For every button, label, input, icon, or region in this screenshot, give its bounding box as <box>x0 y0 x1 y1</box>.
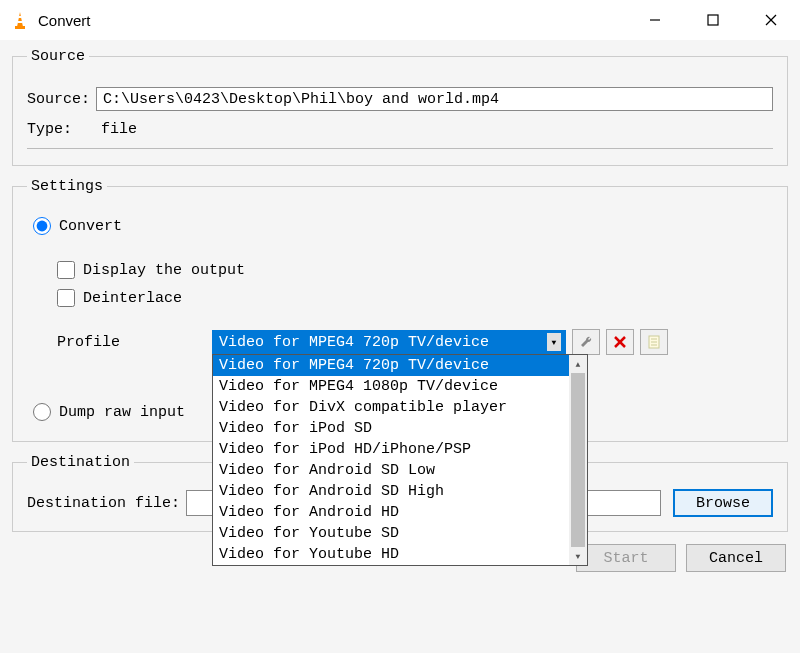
display-output-checkbox[interactable] <box>57 261 75 279</box>
deinterlace-checkbox[interactable] <box>57 289 75 307</box>
vlc-cone-icon <box>10 10 30 30</box>
scroll-down-icon[interactable]: ▼ <box>569 547 587 565</box>
dump-raw-label: Dump raw input <box>59 404 185 421</box>
chevron-down-icon: ▼ <box>547 333 561 351</box>
profile-option[interactable]: Video for DivX compatible player <box>213 397 569 418</box>
profile-option[interactable]: Video for Android HD <box>213 502 569 523</box>
type-value: file <box>101 121 137 138</box>
profile-option[interactable]: Video for iPod SD <box>213 418 569 439</box>
source-input[interactable] <box>96 87 773 111</box>
profile-option[interactable]: Video for iPod HD/iPhone/PSP <box>213 439 569 460</box>
wrench-icon <box>578 334 594 350</box>
new-profile-button[interactable] <box>640 329 668 355</box>
display-output-label: Display the output <box>83 262 245 279</box>
profile-option[interactable]: Video for Android SD High <box>213 481 569 502</box>
profile-dropdown-list: Video for MPEG4 720p TV/device Video for… <box>212 354 588 566</box>
svg-rect-3 <box>15 26 25 29</box>
destination-legend: Destination <box>27 454 134 471</box>
profile-selected-text: Video for MPEG4 720p TV/device <box>219 334 489 351</box>
profile-option[interactable]: Video for MPEG4 1080p TV/device <box>213 376 569 397</box>
svg-rect-5 <box>708 15 718 25</box>
source-legend: Source <box>27 48 89 65</box>
browse-button[interactable]: Browse <box>673 489 773 517</box>
settings-legend: Settings <box>27 178 107 195</box>
browse-label: Browse <box>696 495 750 512</box>
start-button[interactable]: Start <box>576 544 676 572</box>
dropdown-scrollbar[interactable]: ▲ ▼ <box>569 355 587 565</box>
scrollbar-thumb[interactable] <box>571 373 585 547</box>
convert-radio[interactable] <box>33 217 51 235</box>
profile-label: Profile <box>57 334 212 351</box>
profile-dropdown-items: Video for MPEG4 720p TV/device Video for… <box>213 355 569 565</box>
start-label: Start <box>603 550 648 567</box>
source-fieldset: Source Source: Type: file <box>12 48 788 166</box>
x-icon <box>613 335 627 349</box>
svg-rect-2 <box>18 21 23 23</box>
profile-option[interactable]: Video for Youtube HD <box>213 544 569 565</box>
deinterlace-label: Deinterlace <box>83 290 182 307</box>
cancel-label: Cancel <box>709 550 763 567</box>
edit-profile-button[interactable] <box>572 329 600 355</box>
dump-raw-radio[interactable] <box>33 403 51 421</box>
titlebar: Convert <box>0 0 800 40</box>
profile-combobox[interactable]: Video for MPEG4 720p TV/device ▼ <box>212 330 566 354</box>
destination-file-label: Destination file: <box>27 495 180 512</box>
profile-option[interactable]: Video for MPEG4 720p TV/device <box>213 355 569 376</box>
window-title: Convert <box>38 12 626 29</box>
source-label: Source: <box>27 91 90 108</box>
cancel-button[interactable]: Cancel <box>686 544 786 572</box>
document-icon <box>646 334 662 350</box>
profile-option[interactable]: Video for Android SD Low <box>213 460 569 481</box>
maximize-button[interactable] <box>684 0 742 40</box>
scroll-up-icon[interactable]: ▲ <box>569 355 587 373</box>
window-controls <box>626 0 800 40</box>
convert-label: Convert <box>59 218 122 235</box>
svg-marker-0 <box>17 12 23 27</box>
minimize-button[interactable] <box>626 0 684 40</box>
delete-profile-button[interactable] <box>606 329 634 355</box>
svg-rect-1 <box>18 16 22 18</box>
profile-option[interactable]: Video for Youtube SD <box>213 523 569 544</box>
settings-fieldset: Settings Convert Display the output Dein… <box>12 178 788 442</box>
type-label: Type: <box>27 121 95 138</box>
close-button[interactable] <box>742 0 800 40</box>
